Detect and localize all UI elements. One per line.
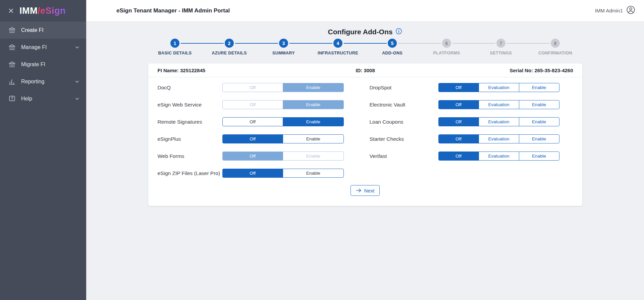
addon-label: eSign Web Service — [158, 102, 202, 108]
app-window: IMM/eSign Create FI Manage FI — [0, 0, 644, 300]
web-forms-toggle: Off Enable — [222, 152, 344, 161]
section-title-row: Configure Add-Ons — [86, 22, 644, 36]
step-label: ADD-ONS — [382, 51, 402, 55]
docq-off-button[interactable]: Off — [222, 83, 283, 92]
step-label: INFRASTRUCTURE — [318, 51, 358, 55]
sidebar-item-label: Manage FI — [21, 44, 74, 50]
remote-signatures-off-button[interactable]: Off — [222, 117, 283, 126]
logo-imm: IMM — [19, 6, 38, 16]
verifast-toggle: Off Evaluation Enable — [438, 152, 559, 161]
addons-column-right: DropSpot Off Evaluation Enable Electroni… — [370, 79, 559, 182]
step-summary[interactable]: 3 SUMMARY — [257, 39, 311, 55]
addon-row-esign-web-service: eSign Web Service Off Enable — [158, 96, 344, 113]
user-name: IMM Admin1 — [595, 8, 623, 13]
top-header: eSign Tenant Manager - IMM Admin Portal … — [86, 0, 644, 22]
user-menu[interactable]: IMM Admin1 — [595, 5, 635, 16]
card-body: DocQ Off Enable eSign Web Service Off En… — [148, 77, 582, 182]
logo-esign: /eSign — [38, 6, 66, 16]
docq-enable-button[interactable]: Enable — [283, 83, 344, 92]
addon-row-verifast: Verifast Off Evaluation Enable — [370, 147, 559, 165]
addon-row-starter-checks: Starter Checks Off Evaluation Enable — [370, 130, 559, 147]
addon-row-esign-zip-files: eSign ZIP Files (Laser Pro) Off Enable — [158, 165, 344, 182]
verifast-off-button[interactable]: Off — [438, 152, 479, 161]
addon-label: DropSpot — [370, 85, 391, 91]
step-azure-details[interactable]: 2 AZURE DETAILS — [202, 39, 257, 55]
step-label: AZURE DETAILS — [212, 51, 247, 55]
arrow-right-icon — [356, 188, 362, 193]
info-icon[interactable] — [395, 28, 402, 35]
step-confirmation[interactable]: 8 CONFIRMATION — [528, 39, 583, 55]
step-label: SUMMARY — [272, 51, 295, 55]
electronic-vault-off-button[interactable]: Off — [438, 100, 479, 109]
sidebar-item-label: Help — [21, 96, 74, 102]
step-add-ons[interactable]: 5 ADD-ONS — [365, 39, 420, 55]
esignplus-enable-button[interactable]: Enable — [283, 134, 344, 143]
step-circle: 7 — [496, 39, 505, 48]
step-circle: 4 — [333, 39, 342, 48]
serial-number-label: Serial No: 265-35-823-4260 — [435, 68, 573, 73]
addon-label: Web Forms — [158, 153, 184, 159]
esign-zip-files-off-button[interactable]: Off — [222, 169, 283, 178]
remote-signatures-enable-button[interactable]: Enable — [283, 117, 344, 126]
next-row: Next — [148, 185, 582, 196]
step-settings[interactable]: 7 SETTINGS — [474, 39, 528, 55]
step-platforms[interactable]: 6 PLATFORMS — [420, 39, 474, 55]
addon-label: Remote Signatures — [158, 119, 202, 125]
step-circle: 6 — [442, 39, 451, 48]
addons-column-left: DocQ Off Enable eSign Web Service Off En… — [158, 79, 344, 182]
dropspot-evaluation-button[interactable]: Evaluation — [479, 83, 519, 92]
sidebar-item-reporting[interactable]: Reporting — [0, 73, 86, 90]
close-icon[interactable] — [7, 6, 15, 15]
loan-coupons-enable-button[interactable]: Enable — [519, 117, 559, 126]
add-ons-card: FI Name: 325122845 ID: 3008 Serial No: 2… — [148, 63, 582, 206]
electronic-vault-enable-button[interactable]: Enable — [519, 100, 559, 109]
bank-icon — [8, 26, 16, 34]
esign-web-service-enable-button[interactable]: Enable — [283, 100, 344, 109]
step-circle: 3 — [279, 39, 288, 48]
help-icon — [8, 95, 16, 103]
step-infrastructure[interactable]: 4 INFRASTRUCTURE — [311, 39, 365, 55]
sidebar-item-help[interactable]: Help — [0, 90, 86, 107]
step-label: CONFIRMATION — [538, 51, 572, 55]
sidebar-item-label: Reporting — [21, 79, 74, 85]
starter-checks-toggle: Off Evaluation Enable — [438, 134, 559, 143]
app-logo: IMM/eSign — [19, 6, 66, 16]
electronic-vault-toggle: Off Evaluation Enable — [438, 100, 559, 109]
verifast-enable-button[interactable]: Enable — [519, 152, 559, 161]
sidebar-nav: Create FI Manage FI Migrate FI — [0, 22, 86, 107]
addon-row-docq: DocQ Off Enable — [158, 79, 344, 96]
sidebar-header: IMM/eSign — [0, 0, 86, 22]
dropspot-off-button[interactable]: Off — [438, 83, 479, 92]
web-forms-off-button[interactable]: Off — [222, 152, 283, 161]
esign-web-service-off-button[interactable]: Off — [222, 100, 283, 109]
addon-label: Electronic Vault — [370, 102, 406, 108]
next-button-label: Next — [364, 188, 375, 194]
loan-coupons-off-button[interactable]: Off — [438, 117, 479, 126]
verifast-evaluation-button[interactable]: Evaluation — [479, 152, 519, 161]
starter-checks-evaluation-button[interactable]: Evaluation — [479, 134, 519, 143]
loan-coupons-evaluation-button[interactable]: Evaluation — [479, 117, 519, 126]
step-circle: 1 — [170, 39, 179, 48]
esign-zip-files-enable-button[interactable]: Enable — [283, 169, 344, 178]
sidebar-item-create-fi[interactable]: Create FI — [0, 22, 86, 39]
web-forms-enable-button[interactable]: Enable — [283, 152, 344, 161]
step-basic-details[interactable]: 1 BASIC DETAILS — [148, 39, 202, 55]
next-button[interactable]: Next — [351, 185, 380, 196]
electronic-vault-evaluation-button[interactable]: Evaluation — [479, 100, 519, 109]
addon-row-web-forms: Web Forms Off Enable — [158, 147, 344, 165]
step-label: SETTINGS — [490, 51, 512, 55]
sidebar-item-migrate-fi[interactable]: Migrate FI — [0, 56, 86, 73]
bank-icon — [8, 43, 16, 51]
addon-label: eSignPlus — [158, 136, 181, 142]
step-label: PLATFORMS — [433, 51, 460, 55]
chevron-down-icon — [74, 44, 80, 50]
dropspot-enable-button[interactable]: Enable — [519, 83, 559, 92]
addon-label: Starter Checks — [370, 136, 404, 142]
esignplus-off-button[interactable]: Off — [222, 134, 283, 143]
sidebar-item-manage-fi[interactable]: Manage FI — [0, 39, 86, 56]
starter-checks-enable-button[interactable]: Enable — [519, 134, 559, 143]
addon-row-esignplus: eSignPlus Off Enable — [158, 130, 344, 147]
starter-checks-off-button[interactable]: Off — [438, 134, 479, 143]
dropspot-toggle: Off Evaluation Enable — [438, 83, 559, 92]
card-header: FI Name: 325122845 ID: 3008 Serial No: 2… — [148, 63, 582, 77]
